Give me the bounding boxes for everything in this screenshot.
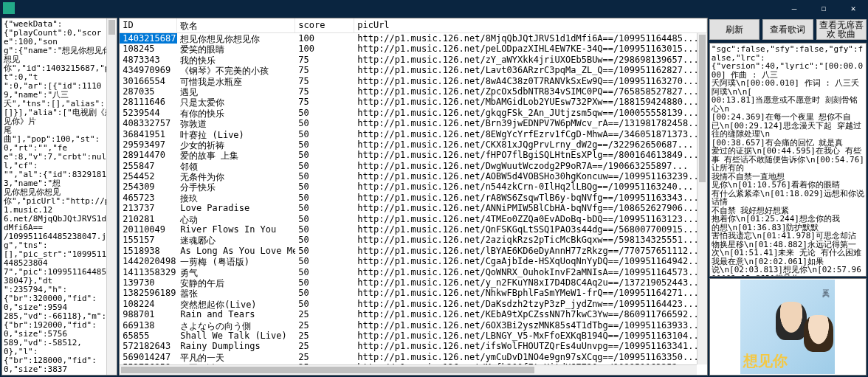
cell-name: Love Paradise [177,203,295,213]
table-row[interactable]: 1411358329勇气50http://p1.music.126.net/Qo… [120,267,707,277]
view-lyric-button[interactable]: 查看歌词 [762,19,813,40]
close-button[interactable]: ✕ [838,0,868,16]
cell-score: 50 [295,171,354,181]
cell-name: 只是太爱你 [177,97,295,107]
cell-name: As Long As You Love Me [177,246,295,256]
cell-url: http://p1.music.126.net/ifsWolFHOUTZQrEs… [354,341,707,351]
cell-url: http://p1.music.126.net/DwgWuutWczodg2P9… [354,161,707,171]
cell-score: 50 [295,193,354,203]
cell-id: 155157 [120,235,177,245]
table-row[interactable]: 669138さよならの向う側25http://p1.music.126.net/… [120,320,707,331]
table-row[interactable]: 213737Love Paradise50http://p1.music.126… [120,203,707,213]
table-row[interactable]: 139730安静的午后50http://p1.music.126.net/y_n… [120,277,707,288]
cell-id: 1382596189 [120,288,177,298]
cell-url: http://p1.music.126.net/CgaAjbIde-HSXqUo… [354,256,707,266]
cell-name: 分手快乐 [177,181,295,192]
cell-url: http://p1.music.126.net/zY_aWYXkk4jriUXO… [354,55,707,65]
refresh-button[interactable]: 刷新 [709,19,760,40]
main-area: {"weekData": {"playCount":0,"score":100,… [0,16,868,377]
table-row[interactable]: 36841951叶赛拉 (Live)50http://p1.music.126.… [120,129,707,139]
cell-name: 心动 [177,214,295,224]
table-row[interactable]: 1442020498一剪梅 (粤语版)50http://p1.music.126… [120,256,707,266]
cell-url: http://p1.music.126.net/peLODpazXIHL4EW7… [354,44,707,54]
cell-name: 爱的故事 上集 [177,150,295,160]
table-scrollbar-v[interactable] [697,33,707,364]
cell-url: http://p1.music.126.net/QnFSKGqLtSSQ1PAO… [354,224,707,235]
table-row[interactable]: 155157迷魂䣝心50http://p1.music.126.net/2azi… [120,235,707,245]
cell-id: 254452 [120,171,177,181]
table-row[interactable]: 108224突然想起你(Live)50http://p1.music.126.n… [120,299,707,309]
table-row[interactable]: 28914470爱的故事 上集50http://p1.music.126.net… [120,150,707,160]
cell-url: http://p1.music.126.net/KEbA9tXpCZssNN7h… [354,309,707,319]
cell-score: 50 [295,181,354,192]
table-row[interactable]: 20110049River Flows In You50http://p1.mu… [120,224,707,235]
cell-id: 287035 [120,86,177,97]
cell-name: 有你的快乐 [177,108,295,118]
cell-url: http://p1.music.126.net/lBYAE6KD6eDyAnnH… [354,246,707,256]
cell-id: 988701 [120,309,177,319]
table-row[interactable]: 1382596189嚣张50http://p1.music.126.net/Nh… [120,288,707,298]
cell-url: http://p1.music.126.net/rA8WS6ZsqwTlB6y-… [354,193,707,203]
cell-url: http://p1.music.126.net/8MjqQbJQtJRVS1d1… [354,33,707,44]
cell-score: 50 [295,256,354,266]
table-row[interactable]: 408332757弥敦道50http://p1.music.126.net/Br… [120,118,707,128]
table-row[interactable]: 30166554可惜我是水瓶座75http://p1.music.126.net… [120,76,707,86]
cell-url: http://p1.music.126.net/CKX81xJQgPrvLrny… [354,139,707,150]
table-row[interactable]: 210281心动50http://p1.music.126.net/4TMEo0… [120,214,707,224]
json-scrollbar[interactable] [106,18,117,375]
table-row[interactable]: 65855Shall We Talk (Live)25http://p1.mus… [120,331,707,341]
cell-url: http://p1.music.126.net/ANNiPMIW5BlCbHA-… [354,203,707,213]
maximize-button[interactable]: ☐ [809,0,838,16]
cell-score: 75 [295,76,354,86]
cell-id: 108224 [120,299,177,309]
table-row[interactable]: 1403215687想见你想见你想见你100http://p1.music.12… [120,33,707,44]
button-row: 刷新 查看歌词 查看无席喜欢 歌曲 [709,18,867,41]
cell-url: http://p1.music.126.net/n544zkCrn-0IlHq2… [354,181,707,192]
table-row[interactable]: 572182643Rainy Dumplings25http://p1.musi… [120,341,707,351]
cell-score: 50 [295,267,354,277]
table-row[interactable]: 254452无条件为你50http://p1.music.126.net/AOB… [120,171,707,181]
table-row[interactable]: 108245爱笑的眼睛100http://p1.music.126.net/pe… [120,44,707,54]
cell-name: 无条件为你 [177,171,295,181]
table-row[interactable]: 465723接玖50http://p1.music.126.net/rA8WS6… [120,193,707,203]
table-row[interactable]: 255847邻领50http://p1.music.126.net/DwgWuu… [120,161,707,171]
cell-url: http://p1.music.126.net/NhkwFBphlFaSmYMe… [354,288,707,298]
col-score[interactable]: score [295,18,354,32]
table-scrollbar-h[interactable] [120,364,697,375]
cell-score: 75 [295,65,354,75]
json-panel[interactable]: {"weekData": {"playCount":0,"score":100,… [1,18,117,376]
table-row[interactable]: 287035遇见75http://p1.music.126.net/ZpcOx5… [120,86,707,97]
cell-url: http://p1.music.126.net/ymCuDvD1NO4e9gn9… [354,352,707,362]
view-disliked-button[interactable]: 查看无席喜欢 歌曲 [816,19,867,40]
minimize-button[interactable]: — [779,0,809,16]
table-header: ID 歌名 score picUrl [120,18,707,33]
cell-score: 50 [295,224,354,235]
table-row[interactable]: 434970969《钢琴》不完美的小孩75http://p1.music.126… [120,65,707,75]
col-url[interactable]: picUrl [354,18,707,32]
cell-url: http://p1.music.126.net/MbAMGidLob2YUEsw… [354,97,707,107]
cell-name: River Flows In You [177,224,295,235]
cell-id: 28914470 [120,150,177,160]
col-name[interactable]: 歌名 [177,18,295,32]
cell-name: 安静的午后 [177,277,295,288]
col-id[interactable]: ID [120,18,177,32]
cell-name: Rain and Tears [177,309,295,319]
table-row[interactable]: 29593497少女的祈祷50http://p1.music.126.net/C… [120,139,707,150]
json-text: {"weekData": {"playCount":0,"score":100,… [4,20,115,376]
cell-name: 迷魂䣝心 [177,235,295,245]
cell-score: 50 [295,235,354,245]
cell-score: 75 [295,97,354,107]
table-row[interactable]: 4873343我的快乐75http://p1.music.126.net/zY_… [120,55,707,65]
table-row[interactable]: 988701Rain and Tears25http://p1.music.12… [120,309,707,319]
table-row[interactable]: 569014247平凡的一天25http://p1.music.126.net/… [120,352,707,362]
cell-id: 669138 [120,320,177,331]
table-row[interactable]: 254309分手快乐50http://p1.music.126.net/n544… [120,181,707,192]
cell-id: 434970969 [120,65,177,75]
song-table[interactable]: ID 歌名 score picUrl 1403215687想见你想见你想见你10… [119,18,708,376]
table-row[interactable]: 28111646只是太爱你75http://p1.music.126.net/M… [120,97,707,107]
lyric-panel[interactable]: "sgc":false,"sfy":false,"gfy":false,"lrc… [709,43,867,277]
cell-id: 1442020498 [120,256,177,266]
cell-name: 平凡的一天 [177,352,295,362]
table-row[interactable]: 1518938As Long As You Love Me50http://p1… [120,246,707,256]
table-row[interactable]: 5239544有你的快乐50http://p1.music.126.net/gk… [120,108,707,118]
